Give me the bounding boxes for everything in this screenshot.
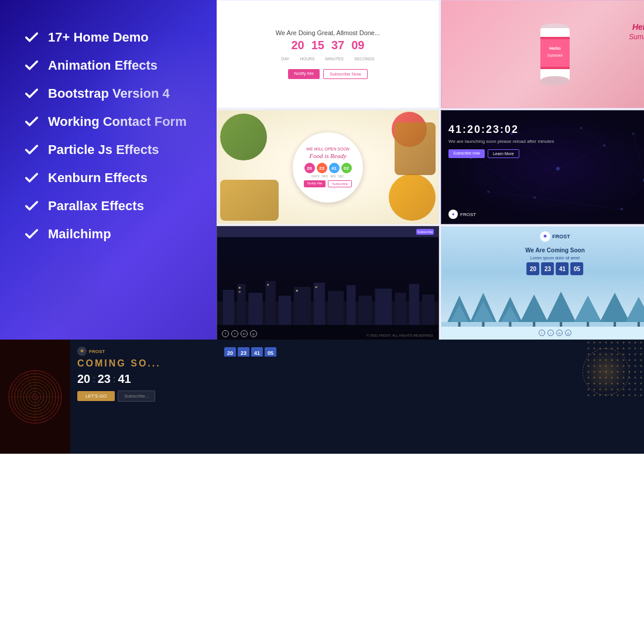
thumb-food[interactable]: WE WILL OPEN SOON Food is Ready 20 23 41…	[217, 110, 439, 224]
coming-num3: 41	[118, 372, 131, 386]
coming-btn[interactable]: LET'S GO	[77, 391, 115, 401]
food-subtitle: WE WILL OPEN SOON	[306, 147, 350, 151]
feature-item: 17+ Home Demo	[23, 29, 199, 46]
food-num-4: 02	[341, 163, 352, 173]
snow-logo-row: ❄ FROST	[540, 231, 570, 242]
svg-text:Hello: Hello	[549, 46, 561, 51]
bottom-row: ❄ FROST COMING SO... 20 : 23 : 41 LET'S …	[0, 340, 644, 454]
food-btn2[interactable]: Subscribe	[328, 180, 352, 187]
thumb-countdown-white[interactable]: We Are Doing Great, Allmost Done... 20 1…	[217, 0, 439, 108]
check-icon	[23, 57, 40, 74]
feature-label: Parallax Effects	[48, 198, 144, 214]
snow-num-4: 05	[570, 262, 583, 275]
snow-social-fb[interactable]: f	[539, 330, 545, 336]
thumb-dark-network[interactable]: 41:20:23:02 We are launching soon please…	[441, 110, 644, 224]
feature-item: Animation Effects	[23, 57, 199, 74]
food-num-3: 41	[329, 163, 340, 173]
feature-label: Kenburn Effects	[48, 170, 148, 186]
coming-input[interactable]: Subscribe...	[118, 390, 155, 402]
coming-num2: 23	[98, 372, 111, 386]
feature-item: Kenburn Effects	[23, 170, 199, 186]
spiral-container	[0, 340, 70, 454]
thumb-coming-soon-bottom[interactable]: ❄ FROST COMING SO... 20 : 23 : 41 LET'S …	[70, 340, 644, 454]
feature-item: Bootstrap Version 4	[23, 85, 199, 102]
social-icon-tw[interactable]: t	[231, 330, 238, 337]
snow-num-3: 41	[556, 262, 568, 275]
food-timer: 20 23 41 02	[304, 163, 352, 173]
dark-btn-subscribe[interactable]: Subscribe now	[448, 149, 485, 158]
dark-btn-learn[interactable]: Learn More	[488, 149, 519, 158]
food-orange	[389, 174, 436, 221]
svg-rect-20	[358, 296, 372, 325]
thumb-snow[interactable]: ❄ FROST We Are Coming Soon Lorem ipsum d…	[441, 226, 644, 340]
svg-point-2	[540, 76, 570, 85]
check-icon	[23, 29, 40, 46]
snow-logo-text: FROST	[552, 234, 570, 239]
coming-timer: 20 : 23 : 41	[77, 372, 637, 386]
label-hours: HOURS	[300, 57, 314, 61]
snow-social-tw[interactable]: t	[547, 330, 554, 336]
check-icon	[23, 142, 40, 158]
svg-marker-61	[574, 296, 602, 322]
svg-rect-16	[294, 287, 311, 325]
svg-rect-26	[239, 291, 241, 293]
svg-rect-28	[296, 290, 298, 292]
svg-rect-6	[540, 37, 570, 39]
food-circle: WE WILL OPEN SOON Food is Ready 20 23 41…	[293, 132, 363, 203]
social-icon-fb[interactable]: f	[222, 330, 229, 337]
snow-content: We Are Coming Soon Lorem ipsum dolor sit…	[525, 247, 585, 275]
svg-rect-22	[395, 293, 406, 325]
label-day: DAY	[281, 57, 289, 61]
notify-button[interactable]: Notify Me	[288, 69, 320, 79]
social-icon-in[interactable]: in	[241, 330, 248, 337]
check-icon	[23, 170, 40, 186]
snow-logo-icon: ❄	[540, 231, 550, 242]
food-num-1: 20	[304, 163, 315, 173]
svg-rect-11	[223, 290, 234, 325]
svg-rect-65	[458, 322, 461, 327]
svg-rect-66	[482, 322, 484, 327]
snow-social-in[interactable]: in	[556, 330, 563, 336]
coming-actions: LET'S GO Subscribe...	[77, 390, 637, 402]
svg-rect-19	[347, 285, 356, 325]
feature-label: Working Contact Form	[48, 114, 187, 129]
check-icon	[23, 198, 40, 214]
coming-sep2: :	[113, 374, 115, 385]
countdown-hours: 15	[311, 39, 324, 52]
food-croissant	[220, 180, 279, 221]
snow-subtitle: Lorem ipsum dolor sit amet	[525, 256, 585, 260]
svg-text:Hello: Hello	[632, 22, 644, 32]
can-illustration: Hello Summer	[535, 19, 576, 90]
plane-left-info: ❄ FROST We are launching soon please Lor…	[224, 342, 302, 357]
countdown-row: 20 15 37 09	[292, 39, 365, 52]
subscribe-button[interactable]: Subscribe Now	[323, 69, 368, 79]
plane-num-3: 41	[251, 347, 263, 357]
feature-label: Bootstrap Version 4	[48, 86, 170, 101]
plane-num-1: 20	[224, 347, 236, 357]
thumb-pink-can[interactable]: Hello Summer Hello Summer	[441, 0, 644, 108]
countdown-seconds: 09	[351, 39, 364, 52]
feature-item: Working Contact Form	[23, 114, 199, 130]
coming-num1: 20	[77, 372, 90, 386]
countdown-days: 20	[292, 39, 304, 52]
svg-text:Summer: Summer	[547, 53, 563, 57]
feature-list: 17+ Home Demo Animation Effects Bootstra…	[23, 29, 199, 242]
svg-rect-71	[614, 322, 616, 327]
snow-social: f t in g	[539, 330, 571, 336]
nav-bar: Subscribe	[217, 227, 439, 237]
svg-rect-29	[316, 286, 317, 288]
plane-num-4: 05	[265, 347, 276, 357]
snow-social-g[interactable]: g	[565, 330, 571, 336]
check-icon	[23, 226, 40, 242]
social-icon-g[interactable]: g	[250, 330, 257, 337]
food-btn1[interactable]: Notify Me	[304, 180, 326, 187]
subscribe-btn[interactable]: Subscribe	[416, 229, 434, 235]
svg-rect-72	[638, 322, 640, 327]
thumb-dark-city[interactable]: Subscribe	[217, 226, 439, 340]
dark-subtitle: We are launching soon please reload afte…	[448, 138, 554, 145]
gold-circle	[583, 348, 629, 395]
svg-rect-14	[265, 281, 275, 325]
plane-subtitle: Lorem ipsum dolor sit amet consectetur a…	[224, 342, 302, 344]
check-icon	[23, 85, 40, 102]
label-seconds: SECONDS	[354, 57, 375, 61]
